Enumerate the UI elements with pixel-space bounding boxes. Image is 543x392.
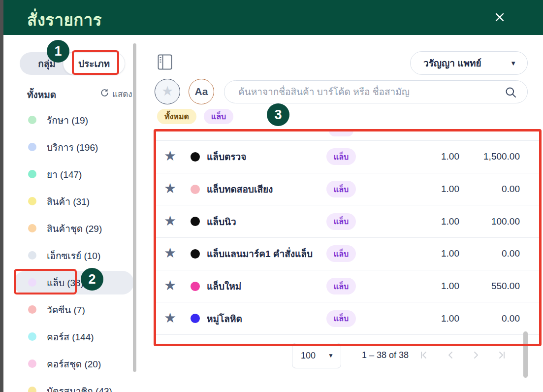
close-icon xyxy=(492,19,507,26)
last-page-icon xyxy=(495,355,507,362)
category-label: บริการ (196) xyxy=(47,140,98,155)
sidebar-layout-icon xyxy=(158,64,172,71)
provider-select-value: วรัญญา แพทย์ xyxy=(423,56,481,70)
item-table: ★ แล็บตรวจ แล็บ 1.00 1,500.00 ★ แล็บทดสอ… xyxy=(156,140,540,335)
category-color-dot xyxy=(28,278,36,287)
category-color-dot xyxy=(28,332,36,341)
category-item[interactable]: สินค้าชุด (29) xyxy=(3,215,134,242)
favorite-star-icon[interactable]: ★ xyxy=(164,310,176,326)
last-page-button[interactable] xyxy=(495,349,508,362)
order-items-modal: สั่งรายการ กลุ่ม ประเภท ทั้งหมด แสดง รัก… xyxy=(0,0,543,392)
page-size-value: 100 xyxy=(301,351,316,361)
filter-chips: ทั้งหมด แล็บ xyxy=(157,109,233,124)
provider-select[interactable]: วรัญญา แพทย์ ▼ xyxy=(410,51,528,75)
item-tag-badge: แล็บ xyxy=(326,245,356,262)
item-price: 0.00 xyxy=(446,248,520,259)
favorites-filter-button[interactable]: ★ xyxy=(155,79,180,104)
item-price: 1,500.00 xyxy=(446,151,520,162)
category-label: แล็บ (38) xyxy=(47,275,84,290)
category-label: คอร์ส (144) xyxy=(47,329,94,344)
item-name: แล็บนิว xyxy=(207,214,236,229)
favorite-star-icon[interactable]: ★ xyxy=(164,148,176,164)
page-size-select[interactable]: 100 ▼ xyxy=(292,343,341,368)
table-row[interactable]: ★ แล็บตรวจ แล็บ 1.00 1,500.00 xyxy=(156,141,540,173)
search-icon[interactable] xyxy=(504,86,517,101)
modal-title: สั่งรายการ xyxy=(27,7,102,33)
item-tag-badge: แล็บ xyxy=(326,310,356,327)
refresh-icon xyxy=(100,88,109,99)
modal-header: สั่งรายการ xyxy=(3,0,543,35)
table-row[interactable]: ★ แล็บแลนมาร์ค1 คำสั่งแล็บ แล็บ 1.00 0.0… xyxy=(156,238,540,270)
category-color-dot xyxy=(28,359,36,368)
item-tag-badge: แล็บ xyxy=(326,278,356,294)
previous-page-button[interactable] xyxy=(445,349,457,362)
item-name: แล็บแลนมาร์ค1 คำสั่งแล็บ xyxy=(207,246,313,261)
close-button[interactable] xyxy=(491,9,509,27)
item-color-dot xyxy=(191,282,200,291)
item-price: 0.00 xyxy=(446,313,520,324)
first-page-button[interactable] xyxy=(418,349,431,362)
item-color-dot xyxy=(191,217,200,226)
chevron-left-icon xyxy=(445,355,457,362)
category-label: ยา (147) xyxy=(47,167,82,182)
table-row[interactable]: ★ แล็บใหม่ แล็บ 1.00 550.00 xyxy=(156,270,540,303)
all-categories-label: ทั้งหมด xyxy=(27,87,56,102)
category-color-dot xyxy=(28,224,36,232)
category-label: สินค้าชุด (29) xyxy=(47,221,102,236)
item-color-dot xyxy=(191,185,200,194)
category-color-dot xyxy=(28,387,36,392)
category-list: รักษา (19) บริการ (196) ยา (147) สินค้า … xyxy=(3,106,134,392)
item-name: แล็บตรวจ xyxy=(207,149,246,164)
item-price: 550.00 xyxy=(446,281,520,292)
favorite-star-icon[interactable]: ★ xyxy=(164,180,176,196)
table-row[interactable]: ★ แล็บทดสอบเสียง แล็บ 1.00 0.00 xyxy=(156,173,540,206)
annotation-step-3-badge: 3 xyxy=(267,103,289,126)
category-item[interactable]: ยา (147) xyxy=(3,161,134,188)
toggle-option-type[interactable]: ประเภท xyxy=(63,52,125,75)
pagination-range-label: 1 – 38 of 38 xyxy=(354,350,416,360)
group-type-toggle: กลุ่ม ประเภท xyxy=(20,52,125,75)
content-scrollbar[interactable] xyxy=(523,331,528,378)
chevron-down-icon: ▼ xyxy=(510,60,516,67)
category-color-dot xyxy=(28,251,36,260)
category-item[interactable]: คอร์ส (144) xyxy=(3,323,134,350)
category-item[interactable]: วัคซีน (7) xyxy=(3,296,134,323)
category-item[interactable]: รักษา (19) xyxy=(3,106,134,133)
table-row[interactable]: ★ หมู่โลหิต แล็บ 1.00 0.00 xyxy=(156,302,540,335)
favorite-star-icon[interactable]: ★ xyxy=(164,245,176,261)
category-label: เอ็กซเรย์ (10) xyxy=(47,248,100,263)
item-color-dot xyxy=(191,152,200,162)
item-price: 100.00 xyxy=(446,216,520,227)
category-item-selected-lab[interactable]: แล็บ (38) xyxy=(3,269,134,296)
category-list-header: ทั้งหมด แสดง xyxy=(0,86,138,100)
favorite-star-icon[interactable]: ★ xyxy=(164,213,176,229)
category-item[interactable]: เอ็กซเรย์ (10) xyxy=(3,242,134,269)
table-row[interactable]: ★ แล็บนิว แล็บ 1.00 100.00 xyxy=(156,205,540,238)
category-item[interactable]: บัตรสมาชิก (43) xyxy=(3,377,134,392)
category-color-dot xyxy=(28,116,36,124)
category-item[interactable]: คอร์สชุด (20) xyxy=(3,350,134,377)
favorite-star-icon[interactable]: ★ xyxy=(164,277,176,294)
category-label: บัตรสมาชิก (43) xyxy=(47,384,112,392)
category-label: วัคซีน (7) xyxy=(47,302,85,317)
item-color-dot xyxy=(191,314,200,323)
category-item[interactable]: สินค้า (31) xyxy=(3,188,134,215)
item-tag-badge: แล็บ xyxy=(326,181,356,197)
item-name: แล็บใหม่ xyxy=(207,279,241,294)
chevron-down-icon: ▼ xyxy=(328,352,334,359)
show-refresh-button[interactable]: แสดง xyxy=(100,87,132,100)
category-item[interactable]: บริการ (196) xyxy=(3,133,134,161)
category-label: คอร์สชุด (20) xyxy=(47,357,101,371)
filter-chip-lab[interactable]: แล็บ xyxy=(204,109,233,124)
layout-panel-button[interactable] xyxy=(157,54,173,71)
chevron-right-icon xyxy=(470,355,481,362)
next-page-button[interactable] xyxy=(469,349,482,362)
search-input[interactable] xyxy=(238,82,504,102)
filter-chip-all[interactable]: ทั้งหมด xyxy=(157,109,196,124)
sidebar-scrollbar[interactable] xyxy=(133,43,136,372)
item-tag-badge: แล็บ xyxy=(326,213,356,230)
category-color-dot xyxy=(28,170,36,178)
category-color-dot xyxy=(28,305,36,314)
show-label: แสดง xyxy=(112,87,132,100)
text-size-button[interactable]: Aa xyxy=(189,79,214,104)
